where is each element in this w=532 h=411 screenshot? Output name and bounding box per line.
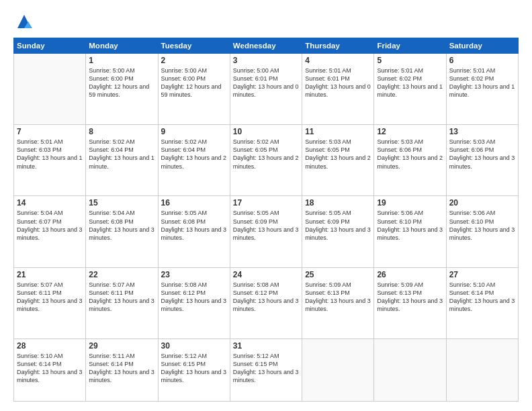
day-number: 21 (17, 270, 83, 279)
calendar-cell: 26Sunrise: 5:09 AMSunset: 6:13 PMDayligh… (374, 267, 446, 338)
week-row-2: 7Sunrise: 5:01 AMSunset: 6:03 PMDaylight… (14, 125, 519, 196)
day-number: 31 (233, 341, 299, 351)
calendar-cell: 22Sunrise: 5:07 AMSunset: 6:11 PMDayligh… (86, 267, 158, 338)
calendar-cell: 2Sunrise: 5:00 AMSunset: 6:00 PMDaylight… (158, 54, 230, 125)
cell-details: Sunrise: 5:04 AMSunset: 6:07 PMDaylight:… (17, 209, 83, 242)
day-number: 14 (17, 198, 83, 208)
calendar-cell: 14Sunrise: 5:04 AMSunset: 6:07 PMDayligh… (14, 196, 86, 267)
day-number: 18 (305, 198, 371, 208)
day-header-sunday: Sunday (14, 38, 86, 54)
cell-details: Sunrise: 5:01 AMSunset: 6:03 PMDaylight:… (17, 138, 83, 171)
calendar-cell: 18Sunrise: 5:05 AMSunset: 6:09 PMDayligh… (302, 196, 374, 267)
day-number: 8 (89, 127, 154, 136)
day-number: 4 (305, 56, 371, 65)
day-header-wednesday: Wednesday (230, 38, 302, 54)
calendar-header-row: SundayMondayTuesdayWednesdayThursdayFrid… (14, 38, 519, 54)
calendar-cell: 6Sunrise: 5:01 AMSunset: 6:02 PMDaylight… (446, 54, 518, 125)
day-number: 24 (233, 270, 299, 279)
cell-details: Sunrise: 5:01 AMSunset: 6:02 PMDaylight:… (449, 66, 515, 99)
cell-details: Sunrise: 5:01 AMSunset: 6:01 PMDaylight:… (305, 66, 371, 99)
cell-details: Sunrise: 5:04 AMSunset: 6:08 PMDaylight:… (89, 209, 154, 242)
cell-details: Sunrise: 5:00 AMSunset: 6:01 PMDaylight:… (233, 66, 299, 99)
day-number: 6 (449, 56, 515, 65)
cell-details: Sunrise: 5:02 AMSunset: 6:04 PMDaylight:… (89, 138, 154, 171)
cell-details: Sunrise: 5:06 AMSunset: 6:10 PMDaylight:… (449, 209, 515, 242)
calendar-cell: 19Sunrise: 5:06 AMSunset: 6:10 PMDayligh… (374, 196, 446, 267)
day-number: 19 (377, 198, 443, 208)
cell-details: Sunrise: 5:07 AMSunset: 6:11 PMDaylight:… (89, 281, 154, 314)
day-header-saturday: Saturday (446, 38, 518, 54)
calendar-cell: 20Sunrise: 5:06 AMSunset: 6:10 PMDayligh… (446, 196, 518, 267)
calendar-cell: 7Sunrise: 5:01 AMSunset: 6:03 PMDaylight… (14, 125, 86, 196)
calendar-cell: 9Sunrise: 5:02 AMSunset: 6:04 PMDaylight… (158, 125, 230, 196)
cell-details: Sunrise: 5:03 AMSunset: 6:05 PMDaylight:… (305, 138, 371, 171)
calendar-cell: 1Sunrise: 5:00 AMSunset: 6:00 PMDaylight… (86, 54, 158, 125)
day-number: 22 (89, 270, 154, 279)
day-number: 29 (89, 341, 154, 351)
calendar-cell: 15Sunrise: 5:04 AMSunset: 6:08 PMDayligh… (86, 196, 158, 267)
week-row-1: 1Sunrise: 5:00 AMSunset: 6:00 PMDaylight… (14, 54, 519, 125)
cell-details: Sunrise: 5:05 AMSunset: 6:09 PMDaylight:… (233, 209, 299, 242)
day-number: 2 (161, 56, 227, 65)
day-number: 13 (449, 127, 515, 136)
day-number: 27 (449, 270, 515, 279)
cell-details: Sunrise: 5:03 AMSunset: 6:06 PMDaylight:… (377, 138, 443, 171)
cell-details: Sunrise: 5:08 AMSunset: 6:12 PMDaylight:… (161, 281, 227, 314)
logo-icon (15, 12, 34, 31)
page: SundayMondayTuesdayWednesdayThursdayFrid… (0, 0, 532, 411)
calendar-cell: 17Sunrise: 5:05 AMSunset: 6:09 PMDayligh… (230, 196, 302, 267)
calendar-cell: 3Sunrise: 5:00 AMSunset: 6:01 PMDaylight… (230, 54, 302, 125)
cell-details: Sunrise: 5:05 AMSunset: 6:08 PMDaylight:… (161, 209, 227, 242)
calendar-cell: 31Sunrise: 5:12 AMSunset: 6:15 PMDayligh… (230, 338, 302, 401)
day-number: 1 (89, 56, 154, 65)
calendar-cell: 5Sunrise: 5:01 AMSunset: 6:02 PMDaylight… (374, 54, 446, 125)
calendar-cell: 23Sunrise: 5:08 AMSunset: 6:12 PMDayligh… (158, 267, 230, 338)
calendar-cell: 24Sunrise: 5:08 AMSunset: 6:12 PMDayligh… (230, 267, 302, 338)
day-number: 30 (161, 341, 227, 351)
cell-details: Sunrise: 5:06 AMSunset: 6:10 PMDaylight:… (377, 209, 443, 242)
cell-details: Sunrise: 5:02 AMSunset: 6:04 PMDaylight:… (161, 138, 227, 171)
day-number: 17 (233, 198, 299, 208)
week-row-4: 21Sunrise: 5:07 AMSunset: 6:11 PMDayligh… (14, 267, 519, 338)
cell-details: Sunrise: 5:05 AMSunset: 6:09 PMDaylight:… (305, 209, 371, 242)
day-header-tuesday: Tuesday (158, 38, 230, 54)
cell-details: Sunrise: 5:07 AMSunset: 6:11 PMDaylight:… (17, 281, 83, 314)
calendar-cell (374, 338, 446, 401)
calendar-cell: 4Sunrise: 5:01 AMSunset: 6:01 PMDaylight… (302, 54, 374, 125)
calendar-cell: 8Sunrise: 5:02 AMSunset: 6:04 PMDaylight… (86, 125, 158, 196)
week-row-5: 28Sunrise: 5:10 AMSunset: 6:14 PMDayligh… (14, 338, 519, 401)
cell-details: Sunrise: 5:10 AMSunset: 6:14 PMDaylight:… (17, 352, 83, 385)
calendar-cell: 16Sunrise: 5:05 AMSunset: 6:08 PMDayligh… (158, 196, 230, 267)
calendar-cell (14, 54, 86, 125)
day-number: 28 (17, 341, 83, 351)
cell-details: Sunrise: 5:12 AMSunset: 6:15 PMDaylight:… (233, 352, 299, 385)
day-number: 7 (17, 127, 83, 136)
cell-details: Sunrise: 5:02 AMSunset: 6:05 PMDaylight:… (233, 138, 299, 171)
cell-details: Sunrise: 5:11 AMSunset: 6:14 PMDaylight:… (89, 352, 154, 385)
cell-details: Sunrise: 5:01 AMSunset: 6:02 PMDaylight:… (377, 66, 443, 99)
day-number: 23 (161, 270, 227, 279)
calendar-cell: 27Sunrise: 5:10 AMSunset: 6:14 PMDayligh… (446, 267, 518, 338)
day-header-monday: Monday (86, 38, 158, 54)
cell-details: Sunrise: 5:09 AMSunset: 6:13 PMDaylight:… (377, 281, 443, 314)
header (13, 12, 519, 31)
calendar-cell: 29Sunrise: 5:11 AMSunset: 6:14 PMDayligh… (86, 338, 158, 401)
day-header-thursday: Thursday (302, 38, 374, 54)
calendar-cell: 12Sunrise: 5:03 AMSunset: 6:06 PMDayligh… (374, 125, 446, 196)
day-number: 5 (377, 56, 443, 65)
cell-details: Sunrise: 5:00 AMSunset: 6:00 PMDaylight:… (161, 66, 227, 99)
cell-details: Sunrise: 5:03 AMSunset: 6:06 PMDaylight:… (449, 138, 515, 171)
calendar-table: SundayMondayTuesdayWednesdayThursdayFrid… (13, 38, 519, 402)
calendar-cell: 21Sunrise: 5:07 AMSunset: 6:11 PMDayligh… (14, 267, 86, 338)
day-number: 20 (449, 198, 515, 208)
day-number: 3 (233, 56, 299, 65)
day-number: 12 (377, 127, 443, 136)
day-number: 25 (305, 270, 371, 279)
day-number: 16 (161, 198, 227, 208)
cell-details: Sunrise: 5:08 AMSunset: 6:12 PMDaylight:… (233, 281, 299, 314)
day-number: 26 (377, 270, 443, 279)
calendar-cell: 10Sunrise: 5:02 AMSunset: 6:05 PMDayligh… (230, 125, 302, 196)
calendar-cell (302, 338, 374, 401)
day-number: 11 (305, 127, 371, 136)
day-header-friday: Friday (374, 38, 446, 54)
